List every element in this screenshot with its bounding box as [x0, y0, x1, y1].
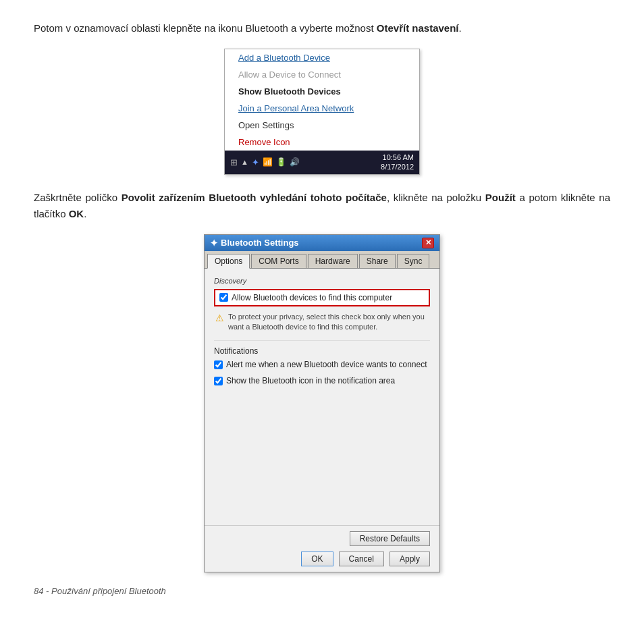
btn-row: OK Cancel Apply — [301, 552, 430, 566]
discovery-section-label: Discovery — [214, 277, 430, 285]
close-button[interactable]: ✕ — [422, 238, 434, 248]
show-icon-checkbox[interactable] — [214, 377, 223, 385]
tab-hardware[interactable]: Hardware — [308, 254, 358, 268]
context-menu-screenshot: Add a Bluetooth Device Allow a Device to… — [34, 49, 610, 175]
dialog-tabs: Options COM Ports Hardware Share Sync — [205, 251, 439, 269]
bluetooth-settings-dialog: ✦ Bluetooth Settings ✕ Options COM Ports… — [204, 234, 440, 572]
bluetooth-title-icon: ✦ — [210, 238, 218, 248]
paragraph-2-bold2: Použít — [485, 192, 516, 203]
allow-discovery-checkbox-row: Allow Bluetooth devices to find this com… — [214, 289, 430, 306]
titlebar-buttons: ✕ — [422, 238, 434, 248]
taskbar-volume-icon: 🔊 — [290, 157, 300, 167]
notifications-section: Notifications Alert me when a new Blueto… — [214, 346, 430, 385]
menu-item-add: Add a Bluetooth Device — [225, 49, 419, 66]
show-icon-checkbox-row: Show the Bluetooth icon in the notificat… — [214, 376, 430, 385]
taskbar-icons: ⊞ ▲ ✦ 📶 🔋 🔊 — [230, 157, 300, 167]
ok-button[interactable]: OK — [301, 552, 333, 566]
tab-com-ports[interactable]: COM Ports — [251, 254, 306, 268]
dialog-body: Discovery Allow Bluetooth devices to fin… — [205, 269, 439, 525]
paragraph-2-bold1: Povolit zařízením Bluetooth vyhledání to… — [122, 192, 387, 203]
paragraph-2-pre: Zaškrtněte políčko — [34, 192, 122, 203]
menu-item-show: Show Bluetooth Devices — [225, 83, 419, 100]
dialog-title: Bluetooth Settings — [221, 238, 299, 248]
allow-discovery-checkbox[interactable] — [219, 293, 228, 302]
show-icon-checkbox-label: Show the Bluetooth icon in the notificat… — [226, 376, 395, 385]
taskbar-time: 10:56 AM 8/17/2012 — [381, 153, 414, 172]
taskbar-grid-icon: ⊞ — [230, 157, 238, 167]
time-display: 10:56 AM — [381, 153, 414, 162]
taskbar-arrow-icon: ▲ — [241, 158, 248, 166]
tab-share[interactable]: Share — [359, 254, 396, 268]
separator — [214, 340, 430, 341]
taskbar-row: ⊞ ▲ ✦ 📶 🔋 🔊 10:56 AM 8/17/2012 — [225, 151, 419, 174]
restore-defaults-row: Restore Defaults — [350, 531, 430, 546]
paragraph-2-mid: , klikněte na položku — [387, 192, 485, 203]
date-display: 8/17/2012 — [381, 162, 414, 171]
tab-sync[interactable]: Sync — [397, 254, 430, 268]
alert-checkbox-row: Alert me when a new Bluetooth device wan… — [214, 360, 430, 369]
paragraph-2: Zaškrtněte políčko Povolit zařízením Blu… — [34, 190, 610, 222]
dialog-footer: Restore Defaults OK Cancel Apply — [205, 525, 439, 572]
context-menu: Add a Bluetooth Device Allow a Device to… — [224, 49, 420, 175]
warning-icon: ⚠ — [215, 313, 224, 323]
tab-options[interactable]: Options — [207, 254, 250, 269]
taskbar-bluetooth-icon: ✦ — [252, 157, 259, 167]
apply-button[interactable]: Apply — [390, 552, 430, 566]
menu-item-allow: Allow a Device to Connect — [225, 66, 419, 83]
page-caption: 84 - Používání připojení Bluetooth — [34, 586, 610, 596]
titlebar-title-group: ✦ Bluetooth Settings — [210, 238, 299, 248]
menu-item-join: Join a Personal Area Network — [225, 100, 419, 117]
paragraph-2-bold3: OK — [69, 208, 84, 219]
paragraph-2-post: . — [84, 208, 86, 219]
dialog-screenshot: ✦ Bluetooth Settings ✕ Options COM Ports… — [34, 234, 610, 572]
paragraph-1-post: . — [459, 22, 462, 34]
warning-text: To protect your privacy, select this che… — [228, 312, 430, 333]
menu-item-open-settings: Open Settings — [225, 117, 419, 134]
paragraph-1: Potom v oznamovací oblasti klepněte na i… — [34, 20, 610, 36]
dialog-titlebar: ✦ Bluetooth Settings ✕ — [205, 235, 439, 251]
paragraph-1-text: Potom v oznamovací oblasti klepněte na i… — [34, 22, 377, 34]
taskbar-battery-icon: 🔋 — [276, 157, 286, 167]
alert-checkbox-label: Alert me when a new Bluetooth device wan… — [226, 360, 427, 369]
cancel-button[interactable]: Cancel — [339, 552, 384, 566]
notifications-label: Notifications — [214, 346, 430, 356]
alert-checkbox[interactable] — [214, 360, 223, 369]
restore-defaults-button[interactable]: Restore Defaults — [350, 531, 430, 546]
warning-row: ⚠ To protect your privacy, select this c… — [214, 312, 430, 333]
allow-discovery-label: Allow Bluetooth devices to find this com… — [232, 293, 392, 302]
paragraph-1-bold: Otevřít nastavení — [377, 22, 459, 34]
menu-item-remove: Remove Icon — [225, 134, 419, 151]
taskbar-signal-icon: 📶 — [263, 157, 273, 167]
dialog-footer-inner: Restore Defaults OK Cancel Apply — [214, 531, 430, 566]
